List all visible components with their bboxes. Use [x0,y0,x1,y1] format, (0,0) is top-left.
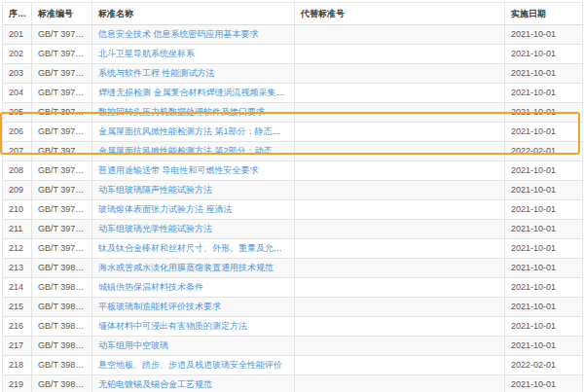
row-index: 204 [3,84,32,103]
implementation-date: 2021-10-01 [505,239,583,259]
standard-code: GB/T 39794.1-2021 [32,123,92,142]
implementation-date: 2021-10-01 [505,64,583,84]
standard-name-link[interactable]: 普通用途输送带 导电性和可燃性安全要求 [98,165,259,175]
row-index: 207 [3,142,32,161]
column-header-replaced: 代替标准号 [295,3,505,25]
standard-code: GB/T 39799-2021 [32,239,92,259]
standard-name-cell: 金属屋面抗风掀性能检测方法 第2部分：动态压力法 [92,142,295,161]
standard-code: GB/T 39806-2021 [32,356,92,375]
standards-table: 序号 标准编号 标准名称 代替标准号 实施日期 201GB/T 39786-20… [2,2,583,392]
standard-code: GB/T 39795-2021 [32,161,92,181]
standard-name-link[interactable]: 平板玻璃制造能耗评价技术要求 [98,302,221,311]
table-header: 序号 标准编号 标准名称 代替标准号 实施日期 [3,3,583,25]
standard-name-cell: 城镇供热保温材料技术条件 [92,278,295,298]
standard-name-cell: 数控回转头压力机数据处理软件及接口要求 [92,103,295,123]
standard-name-link[interactable]: 玻璃熔体表面张力试验方法 座滴法 [98,204,233,214]
table-row: 215GB/T 39803-2021平板玻璃制造能耗评价技术要求2021-10-… [3,298,583,317]
implementation-date: 2021-10-01 [505,103,583,123]
standard-name-link[interactable]: 钛及钛合金棒材和丝材尺寸、外形、重量及允许偏差 [98,243,295,253]
implementation-date: 2021-10-01 [505,181,583,200]
standard-name-cell: 动车组用中空玻璃 [92,337,295,356]
standard-code: GB/T 39807-2021 [32,375,92,392]
standard-name-cell: 平板玻璃制造能耗评价技术要求 [92,298,295,317]
table-row: 214GB/T 39802-2021城镇供热保温材料技术条件2021-10-01 [3,278,583,298]
replaced-standard-code [295,317,505,337]
replaced-standard-code [295,278,505,298]
replaced-standard-code [295,161,505,181]
table-row: 207GB/T 39794.2-2021金属屋面抗风掀性能检测方法 第2部分：动… [3,142,583,161]
standard-name-link[interactable]: 动车组用中空玻璃 [98,340,168,350]
standard-name-cell: 信息安全技术 信息系统密码应用基本要求 [92,25,295,45]
standard-name-link[interactable]: 动车组玻璃光学性能试验方法 [98,224,212,233]
standard-name-link[interactable]: 信息安全技术 信息系统密码应用基本要求 [98,29,259,39]
implementation-date: 2021-10-01 [505,220,583,239]
row-index: 201 [3,25,32,45]
row-index: 205 [3,103,32,123]
replaced-standard-code [295,123,505,142]
standard-code: GB/T 39804-2021 [32,317,92,337]
standards-table-container: 序号 标准编号 标准名称 代替标准号 实施日期 201GB/T 39786-20… [2,2,582,392]
replaced-standard-code [295,103,505,123]
row-index: 218 [3,356,32,375]
standard-name-link[interactable]: 悬空地板、踏步、步道及栈道玻璃安全性能评价 [98,360,282,370]
standard-code: GB/T 39801-2021 [32,259,92,278]
implementation-date: 2021-10-01 [505,337,583,356]
table-row: 218GB/T 39806-2021悬空地板、踏步、步道及栈道玻璃安全性能评价2… [3,356,583,375]
standard-name-cell: 无铅电镀锡及锡合金工艺规范 [92,375,295,392]
implementation-date: 2021-10-01 [505,45,583,64]
row-index: 213 [3,259,32,278]
implementation-date: 2021-10-01 [505,278,583,298]
table-row: 216GB/T 39804-2021墙体材料中可浸出有害物质的测定方法2021-… [3,317,583,337]
table-row: 219GB/T 39807-2021无铅电镀锡及锡合金工艺规范2021-10-0… [3,375,583,392]
standard-code: GB/T 39798-2021 [32,220,92,239]
row-index: 212 [3,239,32,259]
table-row: 205GB/T 39790-2021数控回转头压力机数据处理软件及接口要求202… [3,103,583,123]
standard-name-link[interactable]: 金属屋面抗风掀性能检测方法 第1部分：静态压力法 [98,126,295,136]
standard-name-link[interactable]: 无铅电镀锡及锡合金工艺规范 [98,379,212,389]
standard-code: GB/T 39794.2-2021 [32,142,92,161]
standard-code: GB/T 39796-2021 [32,181,92,200]
standard-name-link[interactable]: 海水或苦咸水淡化用膜蒸馏装置通用技术规范 [98,263,274,272]
standard-name-link[interactable]: 系统与软件工程 性能测试方法 [98,68,215,78]
row-index: 211 [3,220,32,239]
column-header-index: 序号 [3,3,32,25]
column-header-code: 标准编号 [32,3,92,25]
standard-name-link[interactable]: 动车组玻璃隔声性能试验方法 [98,185,212,195]
standard-name-link[interactable]: 北斗卫星导航系统坐标系 [98,49,195,58]
standard-name-link[interactable]: 焊缝无损检测 金属复合材料焊缝涡流视频采集成检测方法 [98,88,295,97]
table-row: 201GB/T 39786-2021信息安全技术 信息系统密码应用基本要求202… [3,25,583,45]
table-row: 212GB/T 39799-2021钛及钛合金棒材和丝材尺寸、外形、重量及允许偏… [3,239,583,259]
standard-name-cell: 动车组玻璃隔声性能试验方法 [92,181,295,200]
standard-code: GB/T 39797-2021 [32,200,92,220]
implementation-date: 2022-02-01 [505,142,583,161]
replaced-standard-code [295,181,505,200]
standard-code: GB/T 39788-2021 [32,64,92,84]
table-row: 202GB/T 39787-2021北斗卫星导航系统坐标系2021-10-01 [3,45,583,64]
implementation-date: 2021-10-01 [505,84,583,103]
table-row: 204GB/T 39789-2021焊缝无损检测 金属复合材料焊缝涡流视频采集成… [3,84,583,103]
replaced-standard-code [295,84,505,103]
row-index: 219 [3,375,32,392]
implementation-date: 2021-10-01 [505,123,583,142]
replaced-standard-code [295,64,505,84]
standard-code: GB/T 39802-2021 [32,278,92,298]
standard-name-link[interactable]: 墙体材料中可浸出有害物质的测定方法 [98,321,247,331]
row-index: 215 [3,298,32,317]
row-index: 214 [3,278,32,298]
replaced-standard-code [295,375,505,392]
table-row: 210GB/T 39797-2021玻璃熔体表面张力试验方法 座滴法2021-1… [3,200,583,220]
standard-name-cell: 钛及钛合金棒材和丝材尺寸、外形、重量及允许偏差 [92,239,295,259]
row-index: 202 [3,45,32,64]
standard-code: GB/T 39789-2021 [32,84,92,103]
standard-code: GB/T 39787-2021 [32,45,92,64]
standard-name-link[interactable]: 数控回转头压力机数据处理软件及接口要求 [98,107,265,117]
standard-code: GB/T 39790-2021 [32,103,92,123]
implementation-date: 2021-10-01 [505,317,583,337]
standard-code: GB/T 39786-2021 [32,25,92,45]
standard-name-link[interactable]: 城镇供热保温材料技术条件 [98,282,203,292]
table-row: 206GB/T 39794.1-2021金属屋面抗风掀性能检测方法 第1部分：静… [3,123,583,142]
row-index: 208 [3,161,32,181]
standard-name-cell: 系统与软件工程 性能测试方法 [92,64,295,84]
standard-name-link[interactable]: 金属屋面抗风掀性能检测方法 第2部分：动态压力法 [98,146,295,156]
table-row: 217GB/T 39805-2021动车组用中空玻璃2021-10-01 [3,337,583,356]
